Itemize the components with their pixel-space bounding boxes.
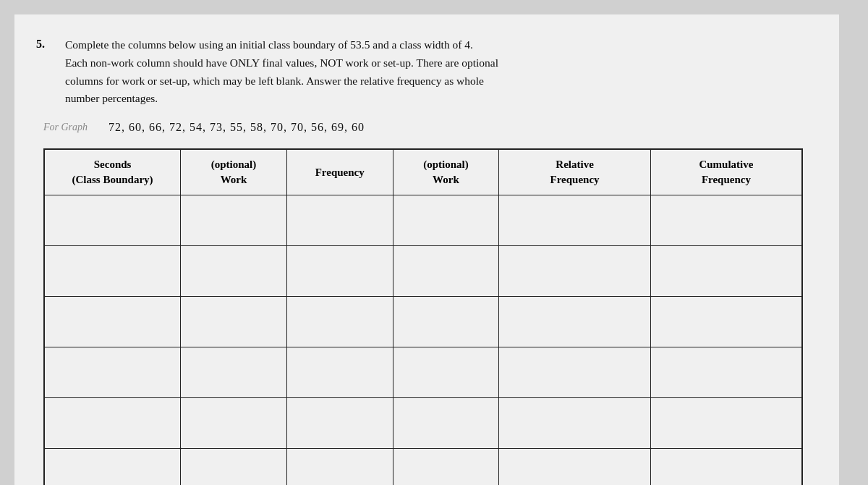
cell-seconds-3[interactable]	[44, 297, 181, 347]
header-opt-work2-line1: (optional)	[423, 159, 469, 170]
cell-rel-freq-2[interactable]	[499, 246, 651, 297]
table-row	[44, 297, 802, 347]
question-text: Complete the columns below using an init…	[65, 36, 498, 108]
cell-cum-freq-1[interactable]	[650, 195, 802, 246]
header-opt-work1: (optional) Work	[181, 149, 287, 195]
table-row	[44, 347, 802, 398]
header-relative-frequency: Relative Frequency	[499, 149, 651, 195]
cell-opt-work2-5[interactable]	[393, 398, 499, 449]
cell-opt-work2-3[interactable]	[393, 297, 499, 347]
table-row	[44, 398, 802, 449]
frequency-table: Seconds (Class Boundary) (optional) Work…	[43, 148, 803, 485]
cell-seconds-6[interactable]	[44, 449, 181, 485]
table-container: Seconds (Class Boundary) (optional) Work…	[43, 148, 803, 485]
data-values: 72, 60, 66, 72, 54, 73, 55, 58, 70, 70, …	[109, 121, 365, 134]
question-line2: Each non-work column should have ONLY fi…	[65, 56, 498, 69]
table-header-row: Seconds (Class Boundary) (optional) Work…	[44, 149, 802, 195]
page-container: 5. Complete the columns below using an i…	[14, 14, 839, 485]
table-row	[44, 449, 802, 485]
cell-opt-work2-4[interactable]	[393, 347, 499, 398]
cell-opt-work1-2[interactable]	[181, 246, 287, 297]
cell-opt-work2-2[interactable]	[393, 246, 499, 297]
cell-opt-work1-4[interactable]	[181, 347, 287, 398]
cell-freq-1[interactable]	[286, 195, 393, 246]
question-line3: columns for work or set-up, which may be…	[65, 75, 484, 87]
for-graph-label: For Graph	[43, 122, 109, 133]
cell-cum-freq-2[interactable]	[650, 246, 802, 297]
cell-freq-6[interactable]	[286, 449, 393, 485]
data-row: For Graph 72, 60, 66, 72, 54, 73, 55, 58…	[36, 121, 810, 134]
header-seconds: Seconds (Class Boundary)	[44, 149, 181, 195]
cell-rel-freq-6[interactable]	[499, 449, 651, 485]
cell-seconds-5[interactable]	[44, 398, 181, 449]
header-opt-work1-line2: Work	[221, 174, 247, 185]
cell-rel-freq-5[interactable]	[499, 398, 651, 449]
question-line4: number percentages.	[65, 92, 158, 104]
cell-seconds-2[interactable]	[44, 246, 181, 297]
question-block: 5. Complete the columns below using an i…	[36, 36, 810, 108]
cell-opt-work1-3[interactable]	[181, 297, 287, 347]
header-cumulative-frequency: Cumulative Frequency	[650, 149, 802, 195]
cell-opt-work1-5[interactable]	[181, 398, 287, 449]
header-opt-work2: (optional) Work	[393, 149, 499, 195]
header-opt-work2-line2: Work	[433, 174, 459, 185]
cell-cum-freq-3[interactable]	[650, 297, 802, 347]
cell-freq-5[interactable]	[286, 398, 393, 449]
header-cumulative-line1: Cumulative	[699, 159, 753, 170]
cell-freq-3[interactable]	[286, 297, 393, 347]
question-number: 5.	[36, 36, 65, 108]
header-seconds-line2: (Class Boundary)	[72, 174, 153, 185]
header-frequency-label: Frequency	[315, 166, 365, 178]
cell-cum-freq-6[interactable]	[650, 449, 802, 485]
cell-freq-4[interactable]	[286, 347, 393, 398]
cell-opt-work1-6[interactable]	[181, 449, 287, 485]
cell-cum-freq-4[interactable]	[650, 347, 802, 398]
cell-opt-work1-1[interactable]	[181, 195, 287, 246]
table-body	[44, 195, 802, 485]
header-frequency: Frequency	[286, 149, 393, 195]
header-relative-line1: Relative	[556, 159, 593, 170]
cell-seconds-4[interactable]	[44, 347, 181, 398]
cell-freq-2[interactable]	[286, 246, 393, 297]
table-row	[44, 195, 802, 246]
cell-cum-freq-5[interactable]	[650, 398, 802, 449]
cell-rel-freq-1[interactable]	[499, 195, 651, 246]
question-line1: Complete the columns below using an init…	[65, 38, 473, 51]
table-row	[44, 246, 802, 297]
header-seconds-line1: Seconds	[94, 159, 132, 170]
cell-seconds-1[interactable]	[44, 195, 181, 246]
header-opt-work1-line1: (optional)	[211, 159, 257, 170]
header-relative-line2: Frequency	[550, 174, 600, 185]
cell-opt-work2-1[interactable]	[393, 195, 499, 246]
cell-rel-freq-4[interactable]	[499, 347, 651, 398]
header-cumulative-line2: Frequency	[702, 174, 751, 185]
cell-rel-freq-3[interactable]	[499, 297, 651, 347]
cell-opt-work2-6[interactable]	[393, 449, 499, 485]
